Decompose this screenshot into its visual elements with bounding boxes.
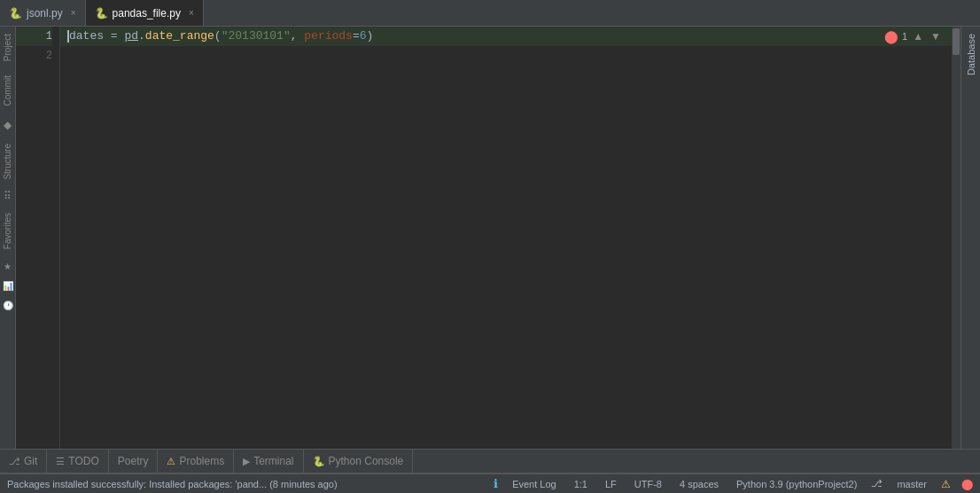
line-numbers: 1 2: [16, 27, 60, 449]
scrollbar-track[interactable]: [952, 27, 961, 449]
sidebar-item-commit[interactable]: Commit: [3, 68, 12, 113]
code-line-1: dates = pd.date_range("20130101", period…: [60, 27, 961, 46]
error-icon-sm: ⬤: [961, 478, 973, 490]
bottom-tab-bar: ⎇ Git ☰ TODO Poetry ⚠ Problems ▶ Termina…: [0, 449, 980, 473]
code-line-2: [60, 46, 961, 66]
tab-pandas[interactable]: 🐍 pandas_file.py ×: [86, 0, 204, 26]
nav-down-button[interactable]: ▼: [929, 30, 943, 43]
line-num-1: 1: [16, 27, 52, 46]
database-label[interactable]: Database: [966, 34, 976, 75]
bottom-tab-git-label: Git: [24, 455, 37, 467]
cursor-position[interactable]: 1:1: [571, 479, 591, 489]
error-controls: ⬤ 1 ▲ ▼: [884, 27, 943, 46]
token-string: "20130101": [222, 27, 291, 46]
bottom-tab-problems-label: Problems: [179, 455, 224, 467]
bottom-tab-python-console[interactable]: 🐍 Python Console: [304, 450, 414, 473]
terminal-icon: ▶: [243, 456, 250, 467]
tab-bar: 🐍 jsonl.py × 🐍 pandas_file.py ×: [0, 0, 980, 27]
left-sidebar: Project Commit ◆ Structure ⠿ Favorites ★…: [0, 27, 16, 449]
bottom-tab-terminal-label: Terminal: [253, 455, 293, 467]
tab-label-pandas: pandas_file.py: [113, 7, 181, 20]
right-sidebar-database: Database: [961, 27, 980, 449]
token-eq: =: [353, 27, 360, 46]
sidebar-item-project[interactable]: Project: [3, 27, 12, 68]
sidebar-item-star[interactable]: ★: [2, 260, 14, 272]
editor-container: 1 2 dates = pd.date_range("20130101", pe…: [16, 27, 961, 449]
bottom-tab-poetry[interactable]: Poetry: [109, 450, 159, 473]
token-method: date_range: [145, 27, 214, 46]
git-icon: ⎇: [9, 456, 20, 467]
token-comma: ,: [291, 27, 305, 46]
python-console-icon: 🐍: [313, 456, 325, 467]
bottom-tab-python-label: Python Console: [329, 455, 404, 467]
token-module: pd: [124, 27, 138, 46]
nav-up-button[interactable]: ▲: [911, 30, 925, 43]
status-bar: Packages installed successfully: Install…: [0, 473, 980, 493]
python-version[interactable]: Python 3.9 (pythonProject2): [733, 479, 860, 489]
tab-close-jsonl[interactable]: ×: [71, 8, 76, 18]
git-branch-icon: ⎇: [871, 478, 883, 489]
indent[interactable]: 4 spaces: [676, 479, 722, 489]
encoding[interactable]: UTF-8: [631, 479, 665, 489]
warning-icon-sm: ⚠: [941, 478, 951, 490]
tab-close-pandas[interactable]: ×: [189, 8, 194, 18]
bottom-tab-poetry-label: Poetry: [118, 455, 149, 467]
line-num-2: 2: [16, 46, 52, 66]
error-count: 1: [902, 31, 907, 42]
token-var: dates: [69, 27, 104, 46]
sidebar-item-chart[interactable]: 📊: [2, 279, 14, 292]
bottom-tab-todo-label: TODO: [68, 455, 98, 467]
token-param: periods: [304, 27, 353, 46]
tab-icon-jsonl: 🐍: [9, 7, 22, 20]
token-num: 6: [360, 27, 367, 46]
code-editor[interactable]: dates = pd.date_range("20130101", period…: [60, 27, 961, 449]
package-message: Packages installed successfully: Install…: [7, 479, 338, 489]
tab-jsonl[interactable]: 🐍 jsonl.py ×: [0, 0, 86, 26]
error-dot-icon: ⬤: [884, 29, 898, 43]
sidebar-item-favorites[interactable]: Favorites: [3, 206, 12, 256]
bottom-tab-todo[interactable]: ☰ TODO: [47, 450, 108, 473]
sidebar-item-bars[interactable]: ⠿: [2, 190, 14, 202]
sidebar-item-mark[interactable]: ◆: [2, 119, 14, 131]
sidebar-item-structure[interactable]: Structure: [3, 137, 12, 187]
problems-icon: ⚠: [167, 456, 175, 467]
token-lparen: (: [214, 27, 222, 46]
bottom-tab-git[interactable]: ⎇ Git: [0, 450, 47, 473]
line-ending[interactable]: LF: [602, 479, 620, 489]
sidebar-item-clock[interactable]: 🕐: [2, 299, 14, 311]
todo-icon: ☰: [56, 456, 65, 467]
bottom-tab-problems[interactable]: ⚠ Problems: [158, 450, 234, 473]
status-left: Packages installed successfully: Install…: [7, 479, 494, 489]
bottom-tab-terminal[interactable]: ▶ Terminal: [234, 450, 303, 473]
status-right: ℹ Event Log 1:1 LF UTF-8 4 spaces Python…: [494, 477, 973, 490]
token-rparen: ): [367, 27, 374, 46]
info-icon: ℹ: [494, 477, 498, 490]
tab-label-jsonl: jsonl.py: [27, 7, 63, 20]
git-branch[interactable]: master: [893, 479, 930, 489]
event-log-label[interactable]: Event Log: [509, 479, 560, 489]
tab-icon-pandas: 🐍: [95, 7, 108, 20]
scrollbar-thumb[interactable]: [953, 28, 960, 55]
bottom-area: ⎇ Git ☰ TODO Poetry ⚠ Problems ▶ Termina…: [0, 449, 980, 493]
token-dot: .: [138, 27, 145, 46]
token-op1: =: [104, 27, 124, 46]
